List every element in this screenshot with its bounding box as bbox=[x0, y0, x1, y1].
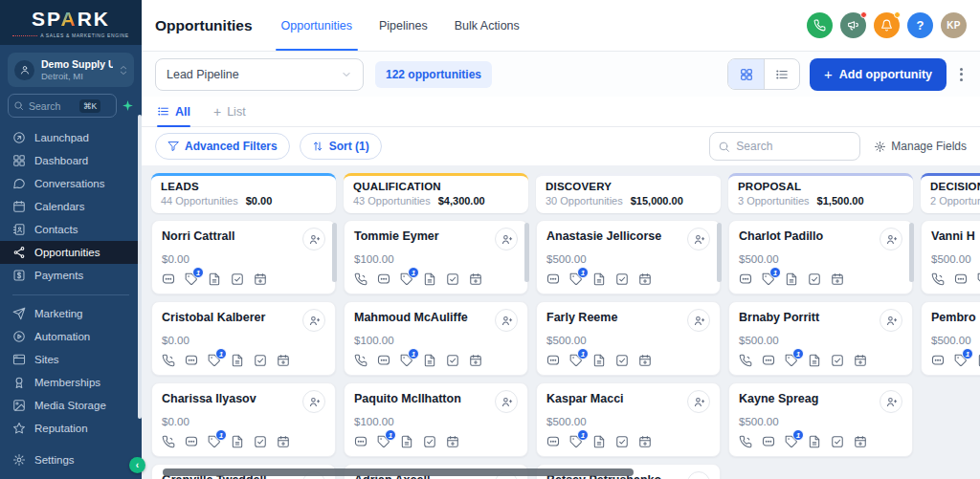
tasks-icon[interactable] bbox=[831, 435, 844, 448]
tag-icon[interactable]: 1 bbox=[377, 435, 390, 448]
tag-icon[interactable]: 1 bbox=[785, 435, 798, 448]
opportunity-card[interactable]: Charissa Ilyasov $0.00 1 bbox=[151, 382, 336, 457]
opportunity-card[interactable]: Pembro $500.00 1 bbox=[921, 301, 980, 376]
calendar-add-icon[interactable] bbox=[254, 272, 267, 286]
assign-owner-icon[interactable] bbox=[687, 471, 710, 479]
assign-owner-icon[interactable] bbox=[495, 309, 518, 332]
calendar-add-icon[interactable] bbox=[638, 272, 652, 286]
notes-icon[interactable] bbox=[423, 354, 436, 367]
tasks-icon[interactable] bbox=[446, 272, 459, 286]
ai-spark-icon[interactable] bbox=[122, 99, 134, 112]
notes-icon[interactable] bbox=[592, 354, 606, 367]
opportunity-card[interactable]: Paquito McIlhatton $100.00 1 bbox=[344, 382, 528, 457]
assign-owner-icon[interactable] bbox=[687, 309, 710, 332]
assign-owner-icon[interactable] bbox=[302, 228, 325, 250]
opportunity-card[interactable]: Anastasie Jellicorse $500.00 1 bbox=[536, 220, 721, 294]
message-icon[interactable] bbox=[546, 272, 560, 286]
assign-owner-icon[interactable] bbox=[495, 390, 518, 413]
grid-view-button[interactable] bbox=[728, 59, 764, 89]
tag-icon[interactable]: 1 bbox=[762, 272, 775, 286]
tab-pipelines[interactable]: Pipelines bbox=[379, 0, 428, 51]
opportunity-card[interactable]: Mahmoud McAuliffe $100.00 1 bbox=[344, 301, 528, 376]
assign-owner-icon[interactable] bbox=[687, 390, 710, 413]
opportunity-card[interactable]: Kaspar Macci $500.00 1 bbox=[536, 382, 721, 457]
sidebar-search[interactable]: ⌘K bbox=[8, 94, 117, 118]
sidebar-item-dashboard[interactable]: Dashboard bbox=[0, 149, 142, 172]
account-switcher[interactable]: Demo Supply USA Detroit, MI bbox=[8, 53, 134, 87]
message-icon[interactable] bbox=[185, 435, 198, 448]
tab-opportunities[interactable]: Opportunities bbox=[281, 0, 352, 51]
opportunity-card[interactable]: Cristobal Kalberer $0.00 1 bbox=[151, 301, 336, 376]
calendar-add-icon[interactable] bbox=[854, 354, 867, 367]
board-search[interactable] bbox=[709, 132, 860, 161]
phone-icon[interactable] bbox=[162, 435, 175, 448]
opportunity-card[interactable]: Farly Reeme $500.00 1 bbox=[536, 301, 721, 376]
tag-icon[interactable]: 1 bbox=[569, 354, 583, 367]
calendar-add-icon[interactable] bbox=[854, 435, 867, 448]
sidebar-item-marketing[interactable]: Marketing bbox=[0, 302, 142, 325]
notes-icon[interactable] bbox=[231, 354, 244, 367]
horizontal-scrollbar[interactable] bbox=[163, 468, 634, 476]
calendar-add-icon[interactable] bbox=[277, 354, 290, 367]
assign-owner-icon[interactable] bbox=[880, 309, 902, 332]
assign-owner-icon[interactable] bbox=[687, 228, 710, 250]
column-scrollbar[interactable] bbox=[909, 223, 914, 282]
message-icon[interactable] bbox=[739, 272, 752, 286]
sidebar-item-memberships[interactable]: Memberships bbox=[0, 371, 142, 394]
column-scrollbar[interactable] bbox=[717, 223, 722, 282]
tag-icon[interactable]: 1 bbox=[569, 435, 583, 448]
tag-icon[interactable]: 1 bbox=[400, 272, 413, 286]
message-icon[interactable] bbox=[954, 272, 968, 286]
calendar-add-icon[interactable] bbox=[469, 272, 482, 286]
tag-icon[interactable]: 1 bbox=[185, 272, 198, 286]
more-options-button[interactable] bbox=[956, 64, 967, 85]
opportunity-card[interactable]: Charlot Padillo $500.00 1 bbox=[728, 220, 913, 294]
sidebar-item-automation[interactable]: Automation bbox=[0, 325, 142, 348]
notes-icon[interactable] bbox=[808, 354, 821, 367]
notes-icon[interactable] bbox=[808, 435, 821, 448]
tag-icon[interactable]: 1 bbox=[208, 354, 221, 367]
phone-icon[interactable] bbox=[162, 354, 175, 367]
tasks-icon[interactable] bbox=[254, 435, 267, 448]
notes-icon[interactable] bbox=[423, 272, 436, 286]
list-view-button[interactable] bbox=[764, 59, 799, 89]
sidebar-item-opportunities[interactable]: Opportunities bbox=[0, 241, 142, 264]
sidebar-item-settings[interactable]: Settings bbox=[0, 448, 142, 471]
sidebar-collapse-button[interactable]: ‹ bbox=[129, 457, 145, 473]
calendar-add-icon[interactable] bbox=[446, 435, 459, 448]
notifications-button[interactable] bbox=[874, 12, 900, 38]
tasks-icon[interactable] bbox=[446, 354, 459, 367]
opportunity-card[interactable]: Tommie Eymer $100.00 1 bbox=[344, 220, 528, 294]
phone-icon[interactable] bbox=[739, 435, 752, 448]
message-icon[interactable] bbox=[162, 272, 175, 286]
phone-icon[interactable] bbox=[354, 272, 368, 286]
column-scrollbar[interactable] bbox=[524, 223, 529, 282]
phone-icon[interactable] bbox=[931, 272, 945, 286]
notes-icon[interactable] bbox=[592, 435, 606, 448]
opportunity-card[interactable]: Brnaby Porritt $500.00 1 bbox=[728, 301, 913, 376]
tasks-icon[interactable] bbox=[615, 272, 629, 286]
tag-icon[interactable]: 1 bbox=[954, 354, 968, 367]
calendar-add-icon[interactable] bbox=[831, 272, 844, 286]
calendar-add-icon[interactable] bbox=[469, 354, 482, 367]
phone-icon[interactable] bbox=[739, 354, 752, 367]
message-icon[interactable] bbox=[354, 435, 368, 448]
advanced-filters-button[interactable]: Advanced Filters bbox=[155, 133, 290, 160]
view-tab-all[interactable]: All bbox=[157, 97, 190, 126]
manage-fields-button[interactable]: Manage Fields bbox=[874, 140, 967, 153]
assign-owner-icon[interactable] bbox=[880, 390, 902, 413]
help-button[interactable]: ? bbox=[907, 12, 933, 38]
message-icon[interactable] bbox=[931, 354, 945, 367]
tasks-icon[interactable] bbox=[254, 354, 267, 367]
pipeline-select[interactable]: Lead Pipeline bbox=[155, 58, 364, 91]
message-icon[interactable] bbox=[377, 354, 390, 367]
tasks-icon[interactable] bbox=[831, 354, 844, 367]
message-icon[interactable] bbox=[185, 354, 198, 367]
opportunity-card[interactable]: Vanni H $500.00 1 bbox=[921, 220, 980, 294]
notes-icon[interactable] bbox=[592, 272, 606, 286]
add-opportunity-button[interactable]: +Add opportunity bbox=[810, 58, 947, 91]
sidebar-search-input[interactable] bbox=[29, 100, 75, 112]
message-icon[interactable] bbox=[377, 272, 390, 286]
message-icon[interactable] bbox=[762, 435, 775, 448]
tasks-icon[interactable] bbox=[615, 354, 629, 367]
